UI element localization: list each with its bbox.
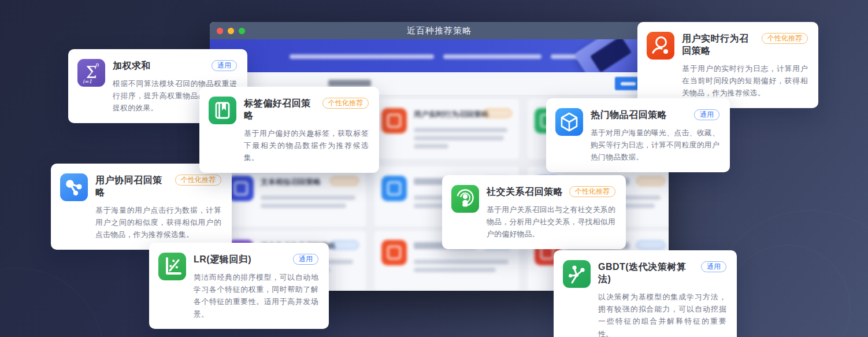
badge-personalized: 个性化推荐 xyxy=(322,98,369,109)
card-title: 标签偏好召回策略 xyxy=(244,98,318,122)
window-titlebar: 近百种推荐策略 xyxy=(210,22,669,39)
card-description: 基于用户的实时行为日志，计算用户在当前时间段内的短期偏好，获得相关物品，作为推荐… xyxy=(682,62,808,99)
strategy-card-user-collaborative[interactable]: 用户协同召回策略 个性化推荐 基于海量的用户点击行为数据，计算用户之间的相似度，… xyxy=(51,164,232,250)
strategy-card-hot-items[interactable]: 热门物品召回策略 通用 基于对用户海量的曝光、点击、收藏、购买等行为日志，计算不… xyxy=(546,98,730,172)
badge-general: 通用 xyxy=(701,261,726,272)
card-title: 用户协同召回策略 xyxy=(95,175,170,199)
strategy-card-tag-preference[interactable]: 标签偏好召回策略 个性化推荐 基于用户偏好的兴趣标签，获取标签下最相关的物品数据… xyxy=(199,87,379,173)
window-title: 近百种推荐策略 xyxy=(210,25,669,36)
realtime-user-icon xyxy=(647,32,674,60)
strategy-card-social-relation[interactable]: 社交关系召回策略 个性化推荐 基于用户关系召回出与之有社交关系的物品，分析用户社… xyxy=(442,175,626,249)
card-description: 简洁而经典的排序模型，可以自动地学习各个特征的权重，同时帮助了解各个特征的重要性… xyxy=(194,271,318,320)
strategy-card-realtime-behavior[interactable]: 用户实时行为召回策略 个性化推荐 基于用户的实时行为日志，计算用户在当前时间段内… xyxy=(637,22,818,108)
card-description: 基于海量的用户点击行为数据，计算用户之间的相似度，获得相似用户的点击物品，作为推… xyxy=(95,204,221,241)
social-podcast-icon xyxy=(451,185,479,213)
banner-blurred-text xyxy=(290,54,614,59)
bg-strategy-card: 文本相似召回策略 xyxy=(221,166,366,227)
background-circle-decoration xyxy=(0,268,104,337)
hero-banner xyxy=(210,39,669,72)
badge-general: 通用 xyxy=(212,60,237,71)
gbdt-tree-icon xyxy=(563,260,591,288)
badge-general: 通用 xyxy=(293,254,318,265)
card-title: LR(逻辑回归) xyxy=(194,254,251,266)
bg-strategy-card: 用户实时行为召回策略 xyxy=(374,99,519,159)
badge-personalized: 个性化推荐 xyxy=(175,175,221,186)
card-description: 基于对用户海量的曝光、点击、收藏、购买等行为日志，计算不同粒度的用户热门物品数据… xyxy=(591,127,719,164)
card-title: 热门物品召回策略 xyxy=(591,109,667,121)
card-description: 基于用户偏好的兴趣标签，获取标签下最相关的物品数据作为推荐候选集。 xyxy=(244,127,369,164)
toolbar-blurred-label xyxy=(328,80,371,87)
badge-personalized: 个性化推荐 xyxy=(762,33,808,44)
strategy-card-lr-logistic-regression[interactable]: LR(逻辑回归) 通用 简洁而经典的排序模型，可以自动地学习各个特征的权重，同时… xyxy=(149,243,329,329)
badge-general: 通用 xyxy=(694,109,719,120)
badge-personalized: 个性化推荐 xyxy=(569,186,615,197)
card-title: 社交关系召回策略 xyxy=(487,186,563,198)
hot-cube-icon xyxy=(555,108,583,136)
card-description: 以决策树为基模型的集成学习方法，拥有较强的拟合能力，可以自动挖掘一些特征的组合并… xyxy=(598,291,726,337)
card-title: 用户实时行为召回策略 xyxy=(682,33,757,57)
collab-share-icon xyxy=(60,173,88,201)
strategy-card-gbdt[interactable]: GBDT(迭代决策树算法) 通用 以决策树为基模型的集成学习方法，拥有较强的拟合… xyxy=(554,250,737,337)
tag-book-icon xyxy=(209,97,236,124)
card-title: 加权求和 xyxy=(113,60,151,72)
lr-scatter-icon xyxy=(158,253,186,280)
card-title: GBDT(迭代决策树算法) xyxy=(598,261,696,286)
card-description: 基于用户关系召回出与之有社交关系的物品，分析用户社交关系，寻找相似用户的偏好物品… xyxy=(487,203,615,240)
sigma-sum-icon: n Σ i=1 xyxy=(77,59,105,87)
